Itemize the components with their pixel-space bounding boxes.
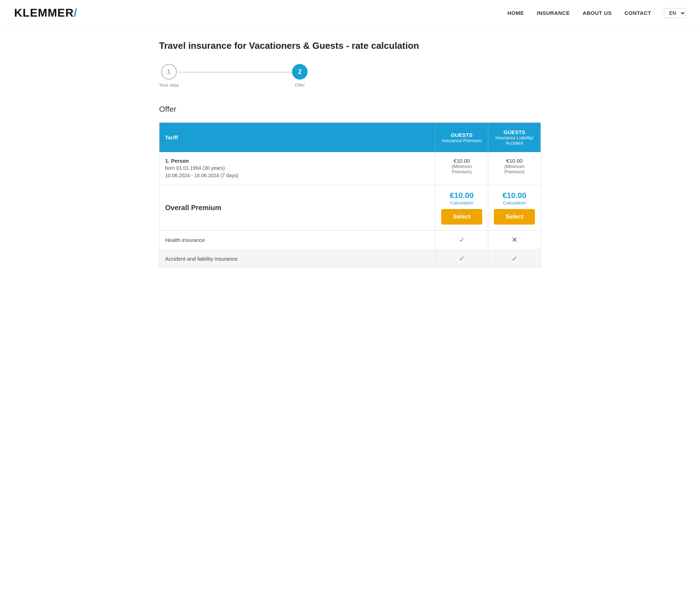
check-icon: ✓ [512,255,518,262]
th-tariff: Tariff [159,123,436,152]
person-col2-price: €10.00 (Minimum Premium) [488,152,541,185]
table-row-person: 1. Person born 01.01.1994 (30 years) 10.… [159,152,541,185]
offer-section-title: Offer [159,105,541,114]
step-1-label: Your data [159,82,179,88]
feature-col2-icon: ✕ [488,231,541,249]
feature-col2-icon: ✓ [488,249,541,268]
feature-col1-icon: ✓ [436,231,488,249]
feature-label: Health insurance [159,231,436,249]
feature-col1-icon: ✓ [436,249,488,268]
nav-insurance[interactable]: INSURANCE [537,10,570,16]
language-select[interactable]: EN DE [664,8,686,18]
nav-home[interactable]: HOME [507,10,524,16]
main-content: Travel insurance for Vacationers & Guest… [145,26,555,289]
logo-slash: / [74,6,77,19]
check-icon: ✓ [459,255,465,262]
th-col2-sub1: Insurance Liability/ [494,135,535,140]
overall-label-cell: Overall Premium [159,185,436,231]
th-col1: GUESTS Insurance Premium [436,123,488,152]
th-col2: GUESTS Insurance Liability/ Accident [488,123,541,152]
table-row-feature: Health insurance✓✕ [159,231,541,249]
th-col2-title: GUESTS [494,129,535,135]
logo: KLEMMER/ [14,6,77,19]
th-col1-sub: Insurance Premium [441,138,482,143]
nav-about[interactable]: ABOUT US [583,10,612,16]
overall-col2-calc[interactable]: Calculation [494,200,535,205]
overall-col1-price: €10.00 [441,191,482,200]
step-1: 1 Your data [159,64,179,88]
table-row-feature: Accident and liability insurance✓✓ [159,249,541,268]
page-title: Travel insurance for Vacationers & Guest… [159,40,541,51]
step-1-number: 1 [167,68,171,76]
person-col1-min: (Minimum Premium) [441,164,482,174]
person-col1-price: €10.00 (Minimum Premium) [436,152,488,185]
overall-col2-cell: €10.00 Calculation Select [488,185,541,231]
step-2: 2 Offer [292,64,308,88]
overall-label: Overall Premium [165,204,221,211]
step-2-label: Offer [295,82,305,88]
person-label: 1. Person [165,158,430,164]
select-button-1[interactable]: Select [441,209,482,225]
step-1-circle: 1 [161,64,177,80]
table-row-overall: Overall Premium €10.00 Calculation Selec… [159,185,541,231]
logo-text: KLEMMER [14,6,74,19]
offer-table: Tariff GUESTS Insurance Premium GUESTS I… [159,122,541,268]
cross-icon: ✕ [512,236,518,244]
person-col1-amount: €10.00 [441,158,482,164]
stepper: 1 Your data 2 Offer [159,64,308,88]
step-2-circle: 2 [292,64,308,80]
step-2-number: 2 [298,68,302,76]
person-col2-amount: €10.00 [494,158,535,164]
step-connector [179,72,292,73]
overall-col1-cell: €10.00 Calculation Select [436,185,488,231]
th-col2-sub2: Accident [494,140,535,146]
main-nav: HOME INSURANCE ABOUT US CONTACT EN DE [507,8,686,18]
person-born: born 01.01.1994 (30 years) [165,164,430,172]
person-col2-min: (Minimum Premium) [494,164,535,174]
overall-col2-price: €10.00 [494,191,535,200]
person-info: 1. Person born 01.01.1994 (30 years) 10.… [159,152,436,185]
feature-label: Accident and liability insurance [159,249,436,268]
person-dates: 10.06.2024 - 16.06.2024 (7 days) [165,172,430,179]
check-icon: ✓ [459,236,465,244]
th-col1-title: GUESTS [441,132,482,138]
header: KLEMMER/ HOME INSURANCE ABOUT US CONTACT… [0,0,700,26]
select-button-2[interactable]: Select [494,209,535,225]
overall-col1-calc[interactable]: Calculation [441,200,482,205]
nav-contact[interactable]: CONTACT [624,10,651,16]
